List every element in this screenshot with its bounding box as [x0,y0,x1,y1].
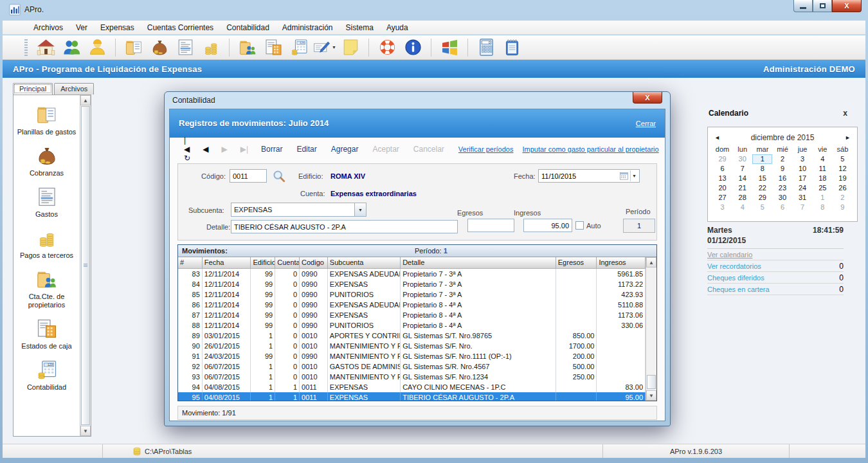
dialog-close-button[interactable]: X [633,92,662,104]
coins-button[interactable] [199,37,222,59]
folder-document-button[interactable] [122,37,145,59]
subcuenta-select[interactable]: EXPENSAS ▼ [231,203,366,217]
imputar-como-gasto-particular-al-propietario-link[interactable]: Imputar como gasto particular al propiet… [522,145,658,153]
calendar-day[interactable]: 5 [752,203,772,212]
table-row[interactable]: 9026/01/2015100010MANTENIMIENTO Y REGL S… [178,341,646,351]
calendar-day[interactable]: 25 [813,183,833,193]
sidebar-item-planillas-de-gastos[interactable]: Planillas de gastos [14,104,80,136]
calendar-day[interactable]: 15 [752,174,772,183]
borrar-button[interactable]: Borrar [261,145,282,154]
menu-cuentas-corrientes[interactable]: Cuentas Corrientes [141,21,220,35]
calendar-day[interactable]: 3 [712,203,732,212]
codigo-input[interactable] [230,169,267,183]
users-button[interactable] [60,37,83,59]
windows-button[interactable] [438,37,461,59]
table-row-selected[interactable]: 9504/08/2015110011EXPENSASTIBERIO CÉSAR … [178,392,646,401]
table-row[interactable]: 8412/11/20149900990EXPENSASPropietario 7… [178,279,646,289]
next-month-icon[interactable]: ► [845,130,851,145]
menu-ver[interactable]: Ver [69,21,94,35]
sidebar-item-contabilidad[interactable]: 123Contabilidad [14,359,80,392]
scroll-down-icon[interactable]: ▼ [80,426,91,436]
expense-list-button[interactable] [174,37,197,59]
calendar-day[interactable]: 4 [813,154,833,164]
table-scrollbar[interactable]: ▲ ▼ [646,257,656,401]
calendar-day[interactable]: 18 [813,174,833,183]
first-record-button[interactable]: |◀ [184,136,190,154]
calendar-day[interactable]: 4 [732,203,752,212]
table-row[interactable]: 8312/11/20149900990EXPENSAS ADEUDADAProp… [178,269,646,279]
last-record-button[interactable]: ▶| [240,145,248,154]
search-icon[interactable] [272,169,286,183]
cerrar-link[interactable]: Cerrar [636,120,656,127]
menu-contabilidad[interactable]: Contabilidad [220,21,276,35]
column-header-fecha[interactable]: Fecha [203,257,251,269]
calendar-day[interactable]: 8 [813,203,833,212]
table-row[interactable]: 8903/01/2015100010APORTES Y CONTRIBUGL S… [178,331,646,341]
menu-sistema[interactable]: Sistema [339,21,380,35]
toolbar-grip[interactable] [24,39,28,56]
calendar-day[interactable]: 30 [732,154,752,164]
life-ring-button[interactable] [375,37,399,59]
column-header-egresos[interactable]: Egresos [556,257,597,269]
date-picker-icon[interactable] [619,171,629,181]
calculator-button[interactable]: 0 [475,37,498,59]
column-header-codigo[interactable]: Codigo [300,257,328,269]
calendar-day[interactable]: 16 [772,174,792,183]
home-button[interactable] [34,37,57,59]
calendar-day-selected[interactable]: 1 [752,154,772,164]
cancelar-button[interactable]: Cancelar [413,145,444,154]
info-button[interactable] [401,37,424,59]
calendar-day[interactable]: 3 [793,154,813,164]
table-row[interactable]: 8512/11/20149900990PUNITORIOSPropietario… [178,289,646,300]
next-record-button[interactable]: ▶ [221,145,227,154]
menu-archivos[interactable]: Archivos [27,21,69,35]
agregar-button[interactable]: Agregar [331,145,359,154]
cheques-en-cartera-link[interactable]: Cheques en cartera [707,286,770,293]
column-header-ingresos[interactable]: Ingresos [597,257,646,269]
folder-users-button[interactable] [236,37,259,59]
sidebar-item-cobranzas[interactable]: Cobranzas [14,145,80,177]
calendar-day[interactable]: 6 [772,203,792,212]
menu-administraci-n[interactable]: Administración [276,21,339,35]
calendar-day[interactable]: 27 [712,193,732,203]
calendar-day[interactable]: 23 [772,183,792,193]
egresos-input[interactable] [467,219,514,232]
scroll-down-icon[interactable]: ▼ [646,390,656,401]
calendar-day[interactable]: 7 [793,203,813,212]
menu-ayuda[interactable]: Ayuda [380,21,415,35]
calendar-day[interactable]: 13 [712,174,732,183]
table-row[interactable]: 9124/03/20159900990MANTENIMIENTO Y REGL … [178,351,646,361]
building-report-button[interactable] [262,37,285,59]
calendar-close-icon[interactable]: x [843,109,847,118]
sidebar-item-pagos-a-terceros[interactable]: Pagos a terceros [14,227,80,260]
scroll-up-icon[interactable]: ▲ [80,95,91,105]
menu-expensas[interactable]: Expensas [94,21,141,35]
verificar-per-odos-link[interactable]: Verificar períodos [458,145,514,153]
tab-principal[interactable]: Principal [13,83,53,95]
notepad-button[interactable] [500,37,523,59]
calendar-day[interactable]: 10 [793,164,813,174]
calendar-day[interactable]: 24 [793,183,813,193]
calendar-day[interactable]: 12 [833,164,853,174]
calendar-day[interactable]: 17 [793,174,813,183]
window-titlebar[interactable]: APro. X [0,0,868,19]
calendar-day[interactable]: 20 [712,183,732,193]
calendar-day[interactable]: 29 [752,193,772,203]
calendar-day[interactable]: 26 [833,183,853,193]
calendar-day[interactable]: 28 [732,193,752,203]
calendar-day[interactable]: 30 [772,193,792,203]
chevron-down-icon[interactable]: ▼ [354,203,366,216]
calendar-day[interactable]: 6 [712,164,732,174]
calendar-day[interactable]: 2 [772,154,792,164]
cheque-pen-button[interactable]: ▼ [313,37,336,59]
tab-archivos[interactable]: Archivos [54,83,94,95]
sidebar-scrollbar[interactable]: ▲ ▼ [80,95,91,436]
ver-recordatorios-link[interactable]: Ver recordatorios [707,262,761,270]
calendar-day[interactable]: 31 [793,193,813,203]
chevron-down-icon[interactable]: ▼ [632,174,637,178]
previous-record-button[interactable]: ◀ [203,145,208,154]
scrollbar-thumb[interactable] [81,106,90,425]
column-header-cuenta[interactable]: Cuenta [275,257,300,269]
close-button[interactable]: X [832,0,862,12]
ingresos-input[interactable] [523,219,572,232]
